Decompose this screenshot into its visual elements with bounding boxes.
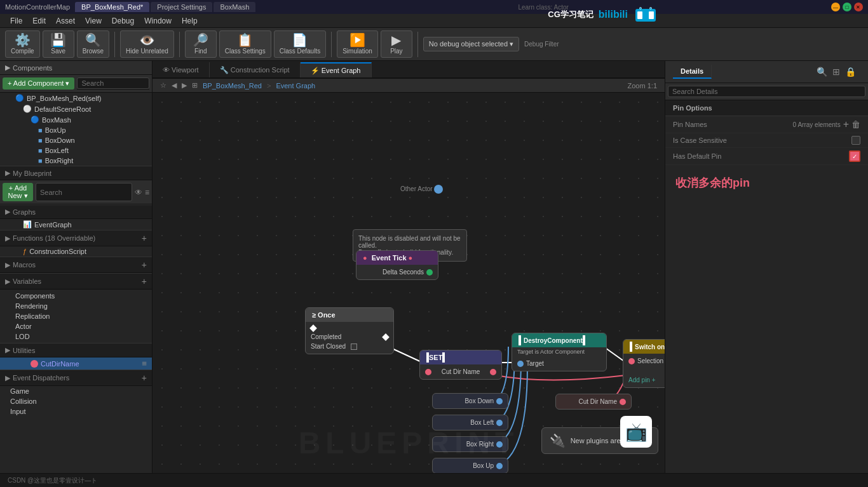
menu-file[interactable]: File [5, 15, 27, 27]
tree-item-input[interactable]: Input [0, 406, 152, 417]
box-up-node[interactable]: Box Up [432, 458, 508, 473]
rendering-group[interactable]: Rendering [10, 301, 147, 311]
actor-group[interactable]: Actor [10, 321, 147, 331]
components-search-input[interactable] [77, 77, 149, 89]
tree-item-boxleft[interactable]: ■ BoxLeft [0, 145, 152, 156]
graphs-section[interactable]: ▶ Graphs [0, 204, 152, 219]
breadcrumb-bp[interactable]: BP_BoxMesh_Red [203, 82, 262, 90]
do-once-node[interactable]: ≥ Once Completed Start Closed [305, 307, 394, 354]
box-left-node[interactable]: Box Left [432, 415, 508, 430]
play-button[interactable]: ▶ Play [381, 30, 412, 58]
variable-expose-button[interactable]: ≡ [142, 359, 147, 368]
tree-item-boxmash[interactable]: 🔵 BoxMash [0, 114, 152, 125]
tab-bp-boxmesh[interactable]: BP_BoxMesh_Red* [75, 2, 149, 12]
tab-project-settings[interactable]: Project Settings [151, 2, 212, 12]
menu-view[interactable]: View [80, 15, 107, 27]
menu-edit[interactable]: Edit [27, 15, 51, 27]
my-blueprint-search[interactable] [36, 183, 132, 201]
save-button[interactable]: 💾 Save [43, 30, 74, 58]
details-search-input[interactable] [668, 86, 865, 97]
rendering-label: Rendering [15, 302, 48, 310]
add-new-button[interactable]: + Add New ▾ [3, 183, 33, 201]
tree-item-bp-boxmesh[interactable]: 🔵 BP_BoxMesh_Red(self) [0, 93, 152, 103]
functions-section[interactable]: ▶ Functions (18 Overridable) + [0, 230, 152, 246]
components-group[interactable]: Components [10, 291, 147, 301]
menu-window[interactable]: Window [139, 15, 177, 27]
maximize-button[interactable]: □ [843, 3, 851, 11]
lod-group[interactable]: LOD [10, 331, 147, 342]
details-lock-button[interactable]: 🔒 [843, 67, 858, 77]
browse-button[interactable]: 🔍 Browse [77, 30, 109, 58]
forward-button[interactable]: ▶ [182, 81, 187, 90]
hide-unrelated-button[interactable]: 👁️ Hide Unrelated [120, 30, 174, 58]
menu-help[interactable]: Help [177, 15, 203, 27]
close-button[interactable]: ✕ [854, 3, 863, 11]
breadcrumb-event-graph[interactable]: Event Graph [276, 82, 315, 90]
boxright-icon: ■ [38, 157, 43, 164]
tab-boxmash[interactable]: BoxMash [214, 2, 255, 12]
tab-event-graph[interactable]: ⚡ Event Graph [301, 62, 372, 77]
box-right-body: Box Right [433, 437, 508, 451]
debug-filter[interactable]: No debug object selected ▾ [423, 37, 519, 51]
add-array-element-button[interactable]: + [843, 119, 849, 130]
boxmash-label: BoxMash [42, 116, 71, 124]
add-dispatcher-button[interactable]: + [142, 373, 147, 383]
event-tick-pin: ● [409, 254, 413, 262]
find-button[interactable]: 🔎 Find [185, 30, 217, 58]
blueprint-canvas[interactable]: This node is disabled and will not be ca… [153, 93, 665, 473]
start-closed-checkbox[interactable] [351, 344, 357, 350]
other-actor-text: Other Actor [400, 185, 433, 192]
tab-viewport[interactable]: 👁 Viewport [153, 62, 210, 77]
tree-item-construction-script[interactable]: ƒ ConstructionScript [0, 246, 152, 257]
details-grid-button[interactable]: ⊞ [831, 67, 842, 77]
macros-section[interactable]: ▶ Macros + [0, 257, 152, 273]
add-macro-button[interactable]: + [142, 260, 147, 270]
add-variable-button[interactable]: + [142, 276, 147, 286]
minimize-button[interactable]: — [831, 3, 840, 11]
delete-array-element-button[interactable]: 🗑 [851, 119, 860, 130]
other-actor-pin [434, 185, 443, 194]
case-sensitive-checkbox[interactable] [851, 136, 860, 145]
add-component-button[interactable]: + Add Component ▾ [3, 77, 74, 90]
variables-section[interactable]: ▶ Variables + [0, 273, 152, 290]
my-blueprint-header[interactable]: ▶ My Blueprint [0, 166, 152, 180]
variable-cut-dir-name[interactable]: CutDirName ≡ [0, 357, 152, 370]
tree-item-boxdown[interactable]: ■ BoxDown [0, 135, 152, 145]
tree-item-default-scene-root[interactable]: ⚪ DefaultSceneRoot [0, 103, 152, 114]
box-right-node[interactable]: Box Right [432, 436, 508, 452]
switch-on-string-node[interactable]: Switch on String Selection Default Add p… [623, 339, 665, 388]
filter-button[interactable]: ≡ [145, 183, 149, 201]
my-blueprint-icon: ▶ [5, 169, 10, 177]
tree-item-collision[interactable]: Collision [0, 396, 152, 406]
back-button[interactable]: ◀ [172, 81, 177, 90]
box-down-node[interactable]: Box Down [432, 393, 508, 409]
tree-item-boxright[interactable]: ■ BoxRight [0, 156, 152, 166]
set-node[interactable]: SET Cut Dir Name [419, 350, 502, 380]
tree-item-game[interactable]: Game [0, 386, 152, 396]
class-defaults-button[interactable]: 📄 Class Defaults [274, 30, 326, 58]
replication-group[interactable]: Replication [10, 311, 147, 321]
destroy-component-node[interactable]: DestroyComponent Target is Actor Compone… [512, 333, 607, 371]
details-panel: Details 🔍 ⊞ 🔒 Pin Options Pin Names 0 Ar… [665, 61, 868, 473]
switch-add-pin[interactable]: Add pin + [623, 375, 665, 385]
details-tab[interactable]: Details [673, 65, 712, 79]
utilities-section[interactable]: ▶ Utilities [0, 343, 152, 357]
class-settings-button[interactable]: 📋 Class Settings [219, 30, 271, 58]
add-function-button[interactable]: + [142, 233, 147, 243]
menu-asset[interactable]: Asset [51, 15, 80, 27]
class-defaults-icon: 📄 [292, 34, 308, 46]
tree-item-boxup[interactable]: ■ BoxUp [0, 125, 152, 135]
simulation-button[interactable]: ▶️ Simulation [337, 30, 378, 58]
box-down-pin: Box Down [433, 396, 508, 406]
event-dispatchers-section[interactable]: ▶ Event Dispatchers + [0, 370, 152, 386]
tab-construction-script[interactable]: 🔧 Construction Script [210, 62, 301, 77]
cut-dir-name-node[interactable]: Cut Dir Name [555, 394, 632, 410]
menu-debug[interactable]: Debug [107, 15, 139, 27]
tree-item-event-graph[interactable]: 📊 EventGraph [0, 219, 152, 230]
details-search-button[interactable]: 🔍 [815, 67, 829, 77]
compile-button[interactable]: ⚙️ Compile [5, 30, 40, 58]
eye-button[interactable]: 👁 [135, 183, 142, 201]
event-tick-node[interactable]: ● Event Tick ● Delta Seconds [356, 250, 438, 280]
lod-label: LOD [15, 333, 30, 340]
has-default-pin-checkbox[interactable]: ✓ [849, 150, 860, 162]
